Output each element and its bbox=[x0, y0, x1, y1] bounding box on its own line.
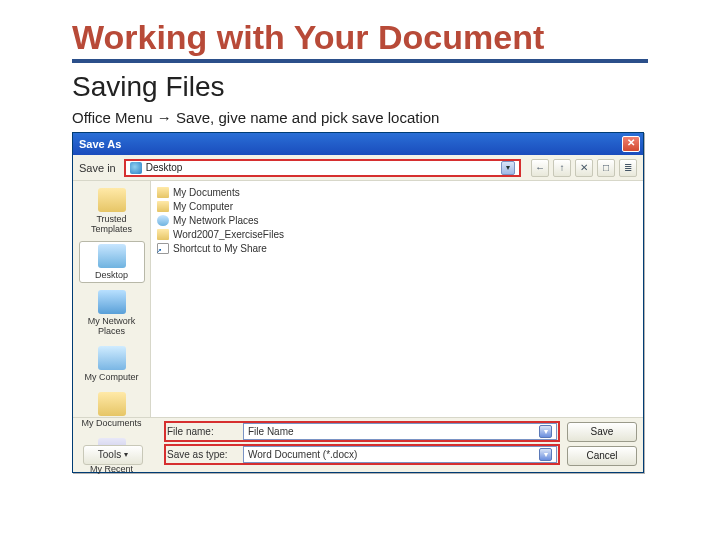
folder-icon bbox=[157, 187, 169, 198]
chevron-down-icon: ▾ bbox=[124, 446, 128, 464]
places-item[interactable]: My Network Places bbox=[79, 287, 145, 339]
places-item-label: My Network Places bbox=[80, 316, 144, 336]
list-item-label: My Documents bbox=[173, 187, 240, 198]
folder-icon bbox=[157, 201, 169, 212]
list-item-label: Shortcut to My Share bbox=[173, 243, 267, 254]
file-list[interactable]: My DocumentsMy ComputerMy Network Places… bbox=[151, 181, 643, 417]
filename-label: File name: bbox=[167, 426, 237, 437]
filename-input[interactable]: File Name ▾ bbox=[243, 423, 557, 440]
tools-button[interactable]: Tools ▾ bbox=[83, 445, 143, 465]
titlebar[interactable]: Save As ✕ bbox=[73, 133, 643, 155]
network-icon bbox=[157, 215, 169, 226]
list-item[interactable]: My Network Places bbox=[157, 213, 637, 227]
filename-row: File name: File Name ▾ bbox=[165, 422, 559, 441]
delete-button[interactable]: ✕ bbox=[575, 159, 593, 177]
list-item[interactable]: Word2007_ExerciseFiles bbox=[157, 227, 637, 241]
save-button[interactable]: Save bbox=[567, 422, 637, 442]
chevron-down-icon[interactable]: ▾ bbox=[539, 448, 552, 461]
up-one-level-button[interactable]: ↑ bbox=[553, 159, 571, 177]
list-item[interactable]: My Documents bbox=[157, 185, 637, 199]
savetype-row: Save as type: Word Document (*.docx) ▾ bbox=[165, 445, 559, 464]
dialog-title: Save As bbox=[79, 138, 121, 150]
save-in-value: Desktop bbox=[146, 162, 183, 173]
tools-label: Tools bbox=[98, 446, 121, 464]
new-folder-button[interactable]: □ bbox=[597, 159, 615, 177]
list-item[interactable]: Shortcut to My Share bbox=[157, 241, 637, 255]
close-button[interactable]: ✕ bbox=[622, 136, 640, 152]
places-item[interactable]: My Computer bbox=[79, 343, 145, 385]
chevron-down-icon[interactable]: ▾ bbox=[539, 425, 552, 438]
back-button[interactable]: ← bbox=[531, 159, 549, 177]
list-item-label: My Network Places bbox=[173, 215, 259, 226]
desktop-icon bbox=[98, 244, 126, 268]
toolbar: Save in Desktop ▾ ← ↑ ✕ □ ≣ bbox=[73, 155, 643, 181]
save-as-dialog: Save As ✕ Save in Desktop ▾ ← ↑ ✕ □ ≣ Tr… bbox=[72, 132, 644, 473]
save-in-combo[interactable]: Desktop ▾ bbox=[124, 159, 521, 177]
dialog-footer: Tools ▾ File name: File Name ▾ Save as t… bbox=[73, 417, 643, 472]
filename-value: File Name bbox=[248, 426, 294, 437]
chevron-down-icon[interactable]: ▾ bbox=[501, 161, 515, 175]
desktop-icon bbox=[130, 162, 142, 174]
network-icon bbox=[98, 290, 126, 314]
trusted-icon bbox=[98, 188, 126, 212]
list-item-label: My Computer bbox=[173, 201, 233, 212]
folder-icon bbox=[157, 229, 169, 240]
places-bar: Trusted TemplatesDesktopMy Network Place… bbox=[73, 181, 151, 417]
views-button[interactable]: ≣ bbox=[619, 159, 637, 177]
slide-subtitle: Saving Files bbox=[72, 71, 648, 103]
places-item-label: Desktop bbox=[80, 270, 144, 280]
docs-icon bbox=[98, 392, 126, 416]
savetype-label: Save as type: bbox=[167, 449, 237, 460]
save-in-label: Save in bbox=[79, 162, 116, 174]
computer-icon bbox=[98, 346, 126, 370]
slide-note: Office Menu → Save, give name and pick s… bbox=[72, 109, 648, 126]
list-item-label: Word2007_ExerciseFiles bbox=[173, 229, 284, 240]
places-item-label: My Computer bbox=[80, 372, 144, 382]
folder-icon bbox=[157, 243, 169, 254]
slide-title: Working with Your Document bbox=[72, 18, 648, 63]
savetype-value: Word Document (*.docx) bbox=[248, 449, 357, 460]
places-item[interactable]: Trusted Templates bbox=[79, 185, 145, 237]
cancel-button[interactable]: Cancel bbox=[567, 446, 637, 466]
savetype-combo[interactable]: Word Document (*.docx) ▾ bbox=[243, 446, 557, 463]
places-item[interactable]: Desktop bbox=[79, 241, 145, 283]
list-item[interactable]: My Computer bbox=[157, 199, 637, 213]
places-item-label: Trusted Templates bbox=[80, 214, 144, 234]
